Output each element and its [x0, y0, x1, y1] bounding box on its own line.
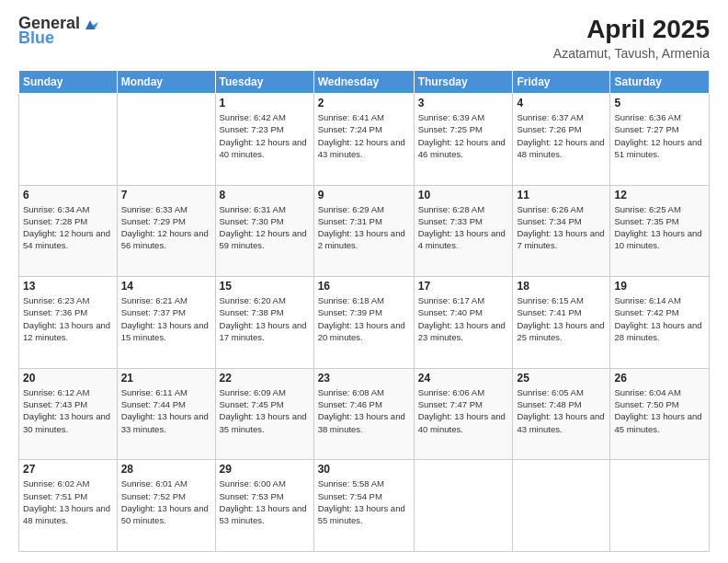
- calendar-cell: 29Sunrise: 6:00 AM Sunset: 7:53 PM Dayli…: [215, 460, 313, 552]
- day-info: Sunrise: 6:23 AM Sunset: 7:36 PM Dayligh…: [23, 294, 113, 343]
- calendar-cell: 23Sunrise: 6:08 AM Sunset: 7:46 PM Dayli…: [313, 368, 414, 460]
- day-number: 11: [517, 189, 606, 201]
- day-info: Sunrise: 5:58 AM Sunset: 7:54 PM Dayligh…: [318, 477, 410, 526]
- day-info: Sunrise: 6:41 AM Sunset: 7:24 PM Dayligh…: [318, 111, 410, 160]
- calendar-cell: 15Sunrise: 6:20 AM Sunset: 7:38 PM Dayli…: [215, 277, 313, 369]
- calendar-cell: [610, 460, 710, 552]
- day-info: Sunrise: 6:02 AM Sunset: 7:51 PM Dayligh…: [23, 477, 113, 526]
- day-info: Sunrise: 6:34 AM Sunset: 7:28 PM Dayligh…: [23, 203, 113, 252]
- day-number: 6: [23, 189, 113, 201]
- day-number: 20: [23, 372, 113, 385]
- col-friday: Friday: [513, 71, 610, 94]
- day-number: 25: [517, 372, 606, 385]
- col-saturday: Saturday: [610, 71, 710, 94]
- day-info: Sunrise: 6:33 AM Sunset: 7:29 PM Dayligh…: [121, 203, 211, 252]
- calendar-cell: 17Sunrise: 6:17 AM Sunset: 7:40 PM Dayli…: [414, 277, 513, 369]
- day-number: 28: [121, 463, 211, 476]
- day-number: 21: [121, 372, 211, 385]
- calendar-cell: 14Sunrise: 6:21 AM Sunset: 7:37 PM Dayli…: [117, 277, 215, 369]
- day-info: Sunrise: 6:00 AM Sunset: 7:53 PM Dayligh…: [220, 477, 310, 526]
- day-info: Sunrise: 6:37 AM Sunset: 7:26 PM Dayligh…: [517, 111, 606, 160]
- calendar-cell: 21Sunrise: 6:11 AM Sunset: 7:44 PM Dayli…: [117, 368, 215, 460]
- day-number: 14: [121, 280, 211, 293]
- day-number: 9: [318, 189, 410, 201]
- calendar-cell: 5Sunrise: 6:36 AM Sunset: 7:27 PM Daylig…: [610, 94, 710, 186]
- calendar-cell: 1Sunrise: 6:42 AM Sunset: 7:23 PM Daylig…: [215, 94, 313, 186]
- day-number: 17: [418, 280, 509, 293]
- calendar-cell: 20Sunrise: 6:12 AM Sunset: 7:43 PM Dayli…: [19, 368, 118, 460]
- day-info: Sunrise: 6:09 AM Sunset: 7:45 PM Dayligh…: [220, 386, 310, 435]
- day-info: Sunrise: 6:14 AM Sunset: 7:42 PM Dayligh…: [614, 294, 705, 343]
- day-number: 7: [121, 189, 211, 201]
- calendar-week-1: 1Sunrise: 6:42 AM Sunset: 7:23 PM Daylig…: [19, 94, 710, 186]
- day-number: 8: [220, 189, 310, 201]
- day-number: 18: [517, 280, 606, 293]
- calendar-cell: 12Sunrise: 6:25 AM Sunset: 7:35 PM Dayli…: [610, 185, 710, 277]
- day-number: 23: [318, 372, 410, 385]
- title-block: April 2025 Azatamut, Tavush, Armenia: [553, 15, 710, 61]
- calendar-cell: 28Sunrise: 6:01 AM Sunset: 7:52 PM Dayli…: [117, 460, 215, 552]
- day-info: Sunrise: 6:18 AM Sunset: 7:39 PM Dayligh…: [318, 294, 410, 343]
- calendar-cell: 24Sunrise: 6:06 AM Sunset: 7:47 PM Dayli…: [414, 368, 513, 460]
- calendar-cell: 22Sunrise: 6:09 AM Sunset: 7:45 PM Dayli…: [215, 368, 313, 460]
- day-number: 12: [614, 189, 705, 201]
- day-number: 24: [418, 372, 509, 385]
- day-info: Sunrise: 6:01 AM Sunset: 7:52 PM Dayligh…: [121, 477, 211, 526]
- logo: General Blue: [18, 15, 102, 48]
- day-number: 30: [318, 463, 410, 476]
- calendar-week-2: 6Sunrise: 6:34 AM Sunset: 7:28 PM Daylig…: [19, 185, 710, 277]
- calendar-cell: 10Sunrise: 6:28 AM Sunset: 7:33 PM Dayli…: [414, 185, 513, 277]
- calendar-header-row: Sunday Monday Tuesday Wednesday Thursday…: [19, 71, 710, 94]
- day-number: 26: [614, 372, 705, 385]
- day-info: Sunrise: 6:39 AM Sunset: 7:25 PM Dayligh…: [418, 111, 509, 160]
- day-number: 15: [220, 280, 310, 293]
- calendar-week-3: 13Sunrise: 6:23 AM Sunset: 7:36 PM Dayli…: [19, 277, 710, 369]
- day-info: Sunrise: 6:26 AM Sunset: 7:34 PM Dayligh…: [517, 203, 606, 252]
- day-number: 13: [23, 280, 113, 293]
- logo-icon: [82, 13, 102, 33]
- day-number: 22: [220, 372, 310, 385]
- calendar-table: Sunday Monday Tuesday Wednesday Thursday…: [18, 70, 710, 552]
- calendar-cell: [19, 94, 118, 186]
- calendar-cell: 8Sunrise: 6:31 AM Sunset: 7:30 PM Daylig…: [215, 185, 313, 277]
- calendar-cell: 9Sunrise: 6:29 AM Sunset: 7:31 PM Daylig…: [313, 185, 414, 277]
- day-info: Sunrise: 6:36 AM Sunset: 7:27 PM Dayligh…: [614, 111, 705, 160]
- calendar-cell: 18Sunrise: 6:15 AM Sunset: 7:41 PM Dayli…: [513, 277, 610, 369]
- day-number: 29: [220, 463, 310, 476]
- day-info: Sunrise: 6:12 AM Sunset: 7:43 PM Dayligh…: [23, 386, 113, 435]
- day-info: Sunrise: 6:28 AM Sunset: 7:33 PM Dayligh…: [418, 203, 509, 252]
- logo-blue-text: Blue: [18, 29, 54, 48]
- col-wednesday: Wednesday: [313, 71, 414, 94]
- day-number: 1: [220, 97, 310, 109]
- day-info: Sunrise: 6:15 AM Sunset: 7:41 PM Dayligh…: [517, 294, 606, 343]
- month-year-title: April 2025: [553, 15, 710, 44]
- col-sunday: Sunday: [19, 71, 118, 94]
- day-number: 27: [23, 463, 113, 476]
- calendar-cell: 11Sunrise: 6:26 AM Sunset: 7:34 PM Dayli…: [513, 185, 610, 277]
- calendar-cell: [117, 94, 215, 186]
- calendar-cell: 19Sunrise: 6:14 AM Sunset: 7:42 PM Dayli…: [610, 277, 710, 369]
- day-number: 16: [318, 280, 410, 293]
- day-info: Sunrise: 6:05 AM Sunset: 7:48 PM Dayligh…: [517, 386, 606, 435]
- day-info: Sunrise: 6:31 AM Sunset: 7:30 PM Dayligh…: [220, 203, 310, 252]
- day-info: Sunrise: 6:08 AM Sunset: 7:46 PM Dayligh…: [318, 386, 410, 435]
- calendar-cell: 7Sunrise: 6:33 AM Sunset: 7:29 PM Daylig…: [117, 185, 215, 277]
- day-info: Sunrise: 6:42 AM Sunset: 7:23 PM Dayligh…: [220, 111, 310, 160]
- day-info: Sunrise: 6:20 AM Sunset: 7:38 PM Dayligh…: [220, 294, 310, 343]
- day-info: Sunrise: 6:25 AM Sunset: 7:35 PM Dayligh…: [614, 203, 705, 252]
- page: General Blue April 2025 Azatamut, Tavush…: [0, 0, 728, 563]
- calendar-cell: 13Sunrise: 6:23 AM Sunset: 7:36 PM Dayli…: [19, 277, 118, 369]
- day-info: Sunrise: 6:04 AM Sunset: 7:50 PM Dayligh…: [614, 386, 705, 435]
- day-number: 3: [418, 97, 509, 109]
- calendar-cell: 4Sunrise: 6:37 AM Sunset: 7:26 PM Daylig…: [513, 94, 610, 186]
- day-info: Sunrise: 6:29 AM Sunset: 7:31 PM Dayligh…: [318, 203, 410, 252]
- col-monday: Monday: [117, 71, 215, 94]
- day-number: 19: [614, 280, 705, 293]
- day-number: 10: [418, 189, 509, 201]
- calendar-cell: 30Sunrise: 5:58 AM Sunset: 7:54 PM Dayli…: [313, 460, 414, 552]
- day-info: Sunrise: 6:17 AM Sunset: 7:40 PM Dayligh…: [418, 294, 509, 343]
- calendar-cell: 16Sunrise: 6:18 AM Sunset: 7:39 PM Dayli…: [313, 277, 414, 369]
- location-subtitle: Azatamut, Tavush, Armenia: [553, 46, 710, 61]
- day-info: Sunrise: 6:06 AM Sunset: 7:47 PM Dayligh…: [418, 386, 509, 435]
- col-tuesday: Tuesday: [215, 71, 313, 94]
